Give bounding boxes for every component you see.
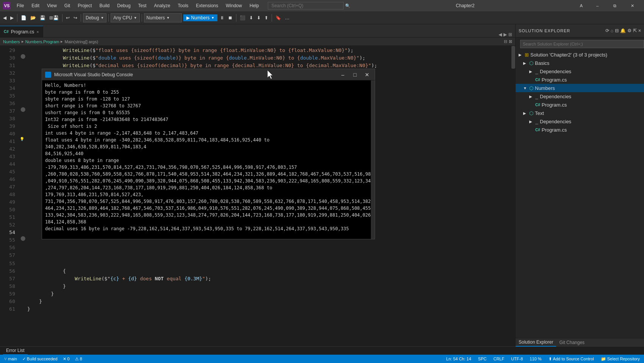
menu-window[interactable]: Window xyxy=(223,2,245,9)
se-filter-icon[interactable]: ⊟ xyxy=(615,28,619,33)
run-button[interactable]: ▶ Numbers ▼ xyxy=(183,14,218,21)
tab-scroll-right[interactable]: ▶ xyxy=(503,32,507,37)
toolbar-undo[interactable]: ↩ xyxy=(64,14,71,21)
toolbar-run-attach[interactable]: ⏸ xyxy=(218,14,226,21)
lower-line-numbers: 55 56 57 58 59 60 61 xyxy=(0,259,19,346)
toolbar-forward[interactable]: ▶ xyxy=(9,14,15,21)
toolbar-back[interactable]: ◀ xyxy=(2,14,8,21)
menu-build[interactable]: Build xyxy=(97,2,113,9)
tab-programcs[interactable]: C# Program.cs × xyxy=(0,26,43,37)
status-build[interactable]: ✓ Build succeeded xyxy=(21,357,59,361)
tab-scroll-left[interactable]: ◀ xyxy=(499,32,502,37)
tree-basics-programcs[interactable]: ▶ C# Program.cs xyxy=(516,75,644,84)
console-maximize-button[interactable]: □ xyxy=(350,70,360,79)
se-home-icon[interactable]: ⌂ xyxy=(611,28,613,33)
tab-error-list[interactable]: Error List xyxy=(3,347,28,355)
lower-code-content[interactable]: { WriteLine($"{c} + {d} does NOT equal {… xyxy=(26,259,511,346)
status-zoom[interactable]: 110 % xyxy=(528,357,542,361)
status-errors[interactable]: ✕ 0 xyxy=(62,357,71,361)
menu-tools[interactable]: Tools xyxy=(175,2,191,9)
add-to-source-control[interactable]: ⬆ Add to Source Control xyxy=(547,357,595,361)
menu-debug[interactable]: Debug xyxy=(114,2,133,9)
status-ln-ch[interactable]: Ln: 54 Ch: 14 xyxy=(445,357,472,361)
error-count: 0 xyxy=(67,357,70,361)
menu-file[interactable]: File xyxy=(14,2,27,9)
console-line: 184,124,858,368 xyxy=(45,218,368,225)
menu-git[interactable]: Git xyxy=(61,2,73,9)
toolbar-step[interactable]: ⬇ xyxy=(248,14,255,21)
tab-solution-explorer[interactable]: Solution Explorer xyxy=(516,338,556,347)
status-crlf[interactable]: CRLF xyxy=(492,357,505,361)
expand-editor[interactable]: ⊠ xyxy=(509,39,512,44)
tree-basics[interactable]: ▶ ⬡ Basics xyxy=(516,59,644,67)
toolbar-step-into[interactable]: ⬇ xyxy=(255,14,262,21)
global-search-input[interactable] xyxy=(268,2,344,9)
menu-analyze[interactable]: Analyze xyxy=(151,2,174,9)
status-warnings[interactable]: ⚠ 8 xyxy=(74,357,83,361)
menu-test[interactable]: Test xyxy=(135,2,150,9)
debug-console-scrollbar[interactable] xyxy=(371,80,375,239)
se-pending-icon[interactable]: 🔔 xyxy=(620,28,626,33)
solution-arrow: ▶ xyxy=(519,53,523,57)
breadcrumb-numbers[interactable]: Numbers xyxy=(3,39,20,44)
tab-pin[interactable]: ⊞ xyxy=(508,32,512,37)
tree-basics-deps[interactable]: ▶ ⎯ Dependencies xyxy=(516,67,644,75)
numbers-deps-icon: ⎯ xyxy=(535,94,538,99)
toolbar-save[interactable]: 💾 xyxy=(38,14,47,21)
tree-text-deps[interactable]: ▶ ⎯ Dependencies xyxy=(516,117,644,126)
tree-numbers-programcs[interactable]: ▶ C# Program.cs xyxy=(516,101,644,109)
split-editor[interactable]: ⊟ xyxy=(504,39,507,44)
toolbar-more[interactable]: … xyxy=(283,14,291,21)
editor-scrollbar[interactable] xyxy=(511,46,515,346)
close-button[interactable]: ✕ xyxy=(624,0,641,11)
select-repository[interactable]: 📁 Select Repository xyxy=(600,357,641,361)
basics-deps-arrow: ▶ xyxy=(529,69,534,74)
tab-git-changes[interactable]: Git Changes xyxy=(556,338,588,347)
menu-edit[interactable]: Edit xyxy=(28,2,42,9)
tree-text-programcs[interactable]: ▶ C# Program.cs xyxy=(516,126,644,134)
toolbar-save-all[interactable]: ⊞💾 xyxy=(48,14,60,21)
breadcrumb-program[interactable]: Numbers.Program xyxy=(25,39,59,44)
tree-numbers[interactable]: ▼ ⬡ Numbers xyxy=(516,84,644,92)
se-expand-icon[interactable]: ⇱ xyxy=(633,28,637,33)
se-gear-icon[interactable]: ⚙ xyxy=(627,28,631,33)
tab-close-icon[interactable]: × xyxy=(36,30,39,34)
tree-text[interactable]: ▶ ⬡ Text xyxy=(516,109,644,117)
project-dropdown[interactable]: Numbers ▼ xyxy=(144,13,182,22)
tree-numbers-deps[interactable]: ▶ ⎯ Dependencies xyxy=(516,92,644,101)
menu-extensions[interactable]: Extensions xyxy=(193,2,221,9)
window-title: Chapter2 xyxy=(353,3,577,8)
toolbar-bookmark[interactable]: 🔖 xyxy=(274,14,283,21)
restore-button[interactable]: ⧉ xyxy=(606,0,624,11)
toolbar-open[interactable]: 📂 xyxy=(29,14,38,21)
menu-view[interactable]: View xyxy=(44,2,60,9)
console-close-button[interactable]: ✕ xyxy=(363,70,372,79)
breadcrumb-main[interactable]: Main(string[] args) xyxy=(64,39,98,44)
git-branch-icon: ⑂ xyxy=(4,357,7,361)
debug-console-header[interactable]: Microsoft Visual Studio Debug Console – … xyxy=(42,69,375,80)
ln-label: Ln: 54 xyxy=(446,357,458,361)
console-minimize-button[interactable]: – xyxy=(338,70,347,79)
text-arrow: ▶ xyxy=(523,111,528,115)
console-line: 731,704,356,798,070,567,525,844,996,598,… xyxy=(45,198,368,205)
toolbar-stop[interactable]: ⏹ xyxy=(227,14,234,21)
minimize-button[interactable]: – xyxy=(589,0,606,11)
status-encoding[interactable]: UTF-8 xyxy=(510,357,524,361)
se-tree: ▶ ⊞ Solution 'Chapter2' (3 of 3 projects… xyxy=(516,50,644,338)
scrollbar-thumb[interactable] xyxy=(511,46,515,69)
status-spc[interactable]: SPC xyxy=(477,357,488,361)
toolbar-breakpoint[interactable]: ⬛ xyxy=(238,14,247,21)
platform-dropdown[interactable]: Any CPU ▼ xyxy=(111,13,139,22)
toolbar-redo[interactable]: ↪ xyxy=(72,14,79,21)
toolbar-step-out[interactable]: ⬆ xyxy=(263,14,270,21)
status-git[interactable]: ⑂ main xyxy=(3,357,18,361)
toolbar-new[interactable]: 📄 xyxy=(19,14,28,21)
se-sync-icon[interactable]: ⟳ xyxy=(605,28,609,33)
debug-mode-dropdown[interactable]: Debug ▼ xyxy=(83,13,106,22)
menu-project[interactable]: Project xyxy=(75,2,95,9)
debug-console-content[interactable]: Hello, Numbers! byte range is from 0 to … xyxy=(42,80,371,239)
menu-help[interactable]: Help xyxy=(247,2,262,9)
se-close-icon[interactable]: × xyxy=(638,28,641,33)
solution-root[interactable]: ▶ ⊞ Solution 'Chapter2' (3 of 3 projects… xyxy=(516,50,644,59)
se-search-input[interactable] xyxy=(520,40,644,48)
